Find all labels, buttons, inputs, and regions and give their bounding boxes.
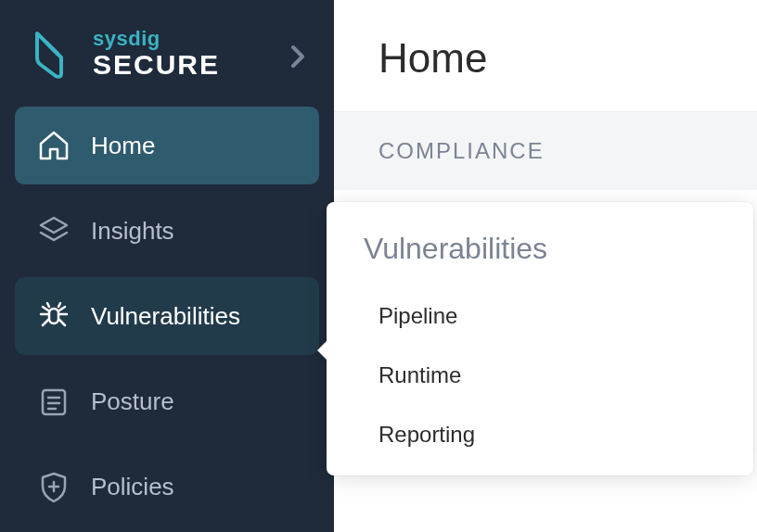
sidebar: sysdig SECURE Home Insi — [0, 0, 334, 532]
logo-text: sysdig SECURE — [93, 29, 220, 79]
page-title: Home — [378, 35, 712, 82]
sidebar-item-label: Policies — [91, 473, 174, 501]
flyout-item-reporting[interactable]: Reporting — [327, 405, 753, 464]
section-label: COMPLIANCE — [378, 138, 712, 164]
chevron-right-icon[interactable] — [289, 44, 306, 73]
sidebar-item-label: Vulnerabilities — [91, 302, 240, 331]
sidebar-item-vulnerabilities[interactable]: Vulnerabilities — [15, 277, 319, 355]
bug-icon — [35, 299, 72, 333]
vulnerabilities-flyout: Vulnerabilities Pipeline Runtime Reporti… — [327, 202, 753, 475]
nav: Home Insights Vulnerabili — [0, 107, 334, 526]
brand-name: sysdig — [93, 29, 220, 49]
sidebar-item-insights[interactable]: Insights — [15, 192, 319, 270]
checklist-icon — [35, 385, 72, 418]
sidebar-item-home[interactable]: Home — [15, 107, 319, 184]
sidebar-item-label: Home — [91, 132, 155, 160]
product-name: SECURE — [93, 51, 220, 79]
sidebar-item-policies[interactable]: Policies — [15, 448, 319, 526]
logo-row: sysdig SECURE — [0, 9, 334, 107]
flyout-item-pipeline[interactable]: Pipeline — [327, 286, 753, 346]
layers-icon — [35, 214, 72, 247]
shield-plus-icon — [35, 470, 72, 503]
home-icon — [35, 129, 72, 162]
sysdig-logo-icon — [28, 28, 74, 79]
svg-rect-0 — [49, 309, 58, 323]
flyout-title: Vulnerabilities — [327, 232, 753, 286]
sidebar-item-label: Posture — [91, 387, 174, 416]
main-header: Home — [334, 0, 757, 111]
sidebar-item-posture[interactable]: Posture — [15, 362, 319, 440]
sidebar-item-label: Insights — [91, 217, 174, 246]
flyout-item-runtime[interactable]: Runtime — [327, 346, 753, 405]
compliance-section: COMPLIANCE — [334, 111, 757, 190]
